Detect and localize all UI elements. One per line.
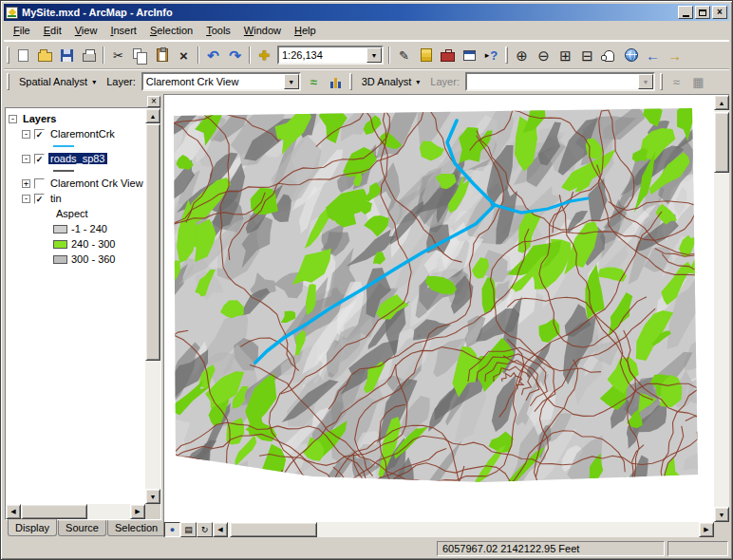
toolbar-grip[interactable] bbox=[7, 73, 9, 90]
layer-label[interactable]: ClaremontCrk bbox=[48, 128, 117, 140]
layer-visibility-checkbox[interactable] bbox=[34, 178, 45, 189]
undo-button[interactable]: ↶ bbox=[202, 45, 224, 65]
copy-button[interactable] bbox=[129, 45, 151, 65]
collapse-icon[interactable]: - bbox=[9, 115, 17, 123]
zoom-out-button[interactable]: ⊖ bbox=[533, 45, 554, 65]
map-canvas[interactable] bbox=[170, 106, 702, 486]
line-symbol[interactable] bbox=[53, 170, 74, 172]
threed-analyst-dropdown[interactable]: 3D Analyst ▾ bbox=[355, 71, 427, 92]
next-extent-button[interactable]: → bbox=[664, 45, 686, 65]
collapse-icon[interactable]: - bbox=[22, 155, 30, 163]
layer-visibility-checkbox[interactable]: ✓ bbox=[34, 129, 45, 140]
fixed-zoom-in-button[interactable]: ⊞ bbox=[554, 45, 576, 65]
layers-root-label[interactable]: Layers bbox=[21, 113, 58, 124]
layer-label-selected[interactable]: roads_sp83 bbox=[48, 153, 107, 164]
tab-source[interactable]: Source bbox=[58, 520, 106, 536]
layer-combobox[interactable]: Claremont Crk View ▼ bbox=[141, 72, 301, 91]
legend-swatch[interactable] bbox=[53, 255, 67, 264]
tree-item-layers[interactable]: - Layers bbox=[9, 111, 145, 126]
tab-selection[interactable]: Selection bbox=[107, 520, 165, 536]
editor-toolbar-button[interactable]: ✎ bbox=[393, 45, 415, 65]
scroll-left-button[interactable]: ◀ bbox=[6, 504, 21, 519]
refresh-view-button[interactable]: ↻ bbox=[197, 522, 213, 537]
toolbar-grip[interactable] bbox=[7, 47, 9, 64]
scroll-thumb[interactable] bbox=[21, 504, 87, 519]
scale-input[interactable]: 1:26,134 bbox=[279, 49, 366, 61]
legend-swatch[interactable] bbox=[53, 225, 67, 233]
menu-item-view[interactable]: View bbox=[68, 23, 104, 38]
spatial-analyst-dropdown[interactable]: Spatial Analyst ▾ bbox=[12, 71, 103, 92]
arccatalog-button[interactable] bbox=[415, 45, 437, 65]
scale-combobox[interactable]: 1:26,134 ▼ bbox=[277, 46, 384, 65]
raster-button[interactable]: ▦ bbox=[687, 71, 709, 92]
cut-button[interactable]: ✂ bbox=[107, 45, 129, 65]
delete-button[interactable]: × bbox=[173, 45, 195, 65]
toolbar-grip[interactable] bbox=[660, 73, 663, 90]
save-button[interactable] bbox=[56, 45, 78, 65]
zoom-in-button[interactable]: ⊕ bbox=[511, 45, 533, 65]
histogram-button[interactable] bbox=[325, 71, 347, 92]
close-button[interactable]: × bbox=[712, 6, 727, 19]
tree-item-roads-sp83[interactable]: - ✓ roads_sp83 bbox=[9, 151, 145, 166]
layout-view-button[interactable]: ▤ bbox=[180, 522, 197, 537]
fixed-zoom-out-button[interactable]: ⊟ bbox=[576, 45, 598, 65]
collapse-icon[interactable]: - bbox=[22, 195, 30, 203]
minimize-button[interactable] bbox=[678, 6, 693, 19]
paste-button[interactable] bbox=[151, 45, 173, 65]
maximize-button[interactable] bbox=[695, 6, 710, 19]
print-button[interactable] bbox=[78, 45, 100, 65]
open-button[interactable] bbox=[34, 45, 56, 65]
tree-item-tin[interactable]: - ✓ tin bbox=[9, 191, 145, 206]
scroll-track[interactable] bbox=[228, 522, 699, 537]
scroll-up-button[interactable]: ▲ bbox=[714, 95, 729, 110]
new-map-button[interactable] bbox=[12, 45, 34, 65]
scale-dropdown-button[interactable]: ▼ bbox=[366, 47, 382, 63]
add-data-button[interactable]: ✚ bbox=[254, 45, 275, 65]
tree-item-claremont-crk-view[interactable]: + Claremont Crk View bbox=[9, 176, 145, 191]
menu-item-edit[interactable]: Edit bbox=[37, 23, 68, 38]
layer-visibility-checkbox[interactable]: ✓ bbox=[34, 194, 45, 204]
layer-visibility-checkbox[interactable]: ✓ bbox=[34, 154, 45, 164]
scroll-track[interactable] bbox=[145, 123, 160, 489]
legend-row: -1 - 240 bbox=[9, 221, 145, 236]
scroll-right-button[interactable]: ▶ bbox=[699, 522, 714, 537]
arctoolbox-button[interactable] bbox=[437, 45, 459, 65]
scroll-thumb[interactable] bbox=[714, 112, 729, 173]
tree-item-claremontcrk[interactable]: - ✓ ClaremontCrk bbox=[9, 126, 145, 141]
scroll-track[interactable] bbox=[714, 110, 729, 507]
command-window-button[interactable] bbox=[459, 45, 480, 65]
data-view-button[interactable]: ● bbox=[164, 522, 180, 537]
scroll-thumb[interactable] bbox=[145, 123, 160, 361]
scroll-down-button[interactable]: ▼ bbox=[714, 507, 729, 522]
menu-item-help[interactable]: Help bbox=[288, 23, 323, 38]
redo-button[interactable]: ↷ bbox=[224, 45, 246, 65]
whats-this-button[interactable]: ▸? bbox=[480, 45, 502, 65]
menu-item-selection[interactable]: Selection bbox=[143, 23, 199, 38]
scroll-right-button[interactable]: ▶ bbox=[130, 504, 145, 519]
expand-icon[interactable]: + bbox=[22, 179, 30, 188]
toolbar-grip[interactable] bbox=[349, 73, 352, 90]
layer-label[interactable]: tin bbox=[48, 193, 64, 204]
toc-close-button[interactable]: × bbox=[147, 96, 160, 107]
full-extent-button[interactable] bbox=[620, 45, 642, 65]
scroll-up-button[interactable]: ▲ bbox=[145, 108, 160, 123]
previous-extent-button[interactable]: ← bbox=[642, 45, 664, 65]
scroll-down-button[interactable]: ▼ bbox=[145, 489, 160, 504]
create-contour-button[interactable]: ≈ bbox=[303, 71, 325, 92]
collapse-icon[interactable]: - bbox=[22, 130, 30, 139]
scroll-thumb[interactable] bbox=[230, 522, 317, 537]
layer-label[interactable]: Claremont Crk View bbox=[48, 177, 145, 189]
interpolate-button[interactable]: ≈ bbox=[666, 71, 687, 92]
menu-item-window[interactable]: Window bbox=[237, 23, 288, 38]
layer-dropdown-button[interactable]: ▼ bbox=[284, 74, 299, 89]
pan-button[interactable] bbox=[598, 45, 620, 65]
menu-item-tools[interactable]: Tools bbox=[199, 23, 237, 38]
menu-item-insert[interactable]: Insert bbox=[103, 23, 143, 38]
legend-swatch[interactable] bbox=[53, 240, 67, 249]
toolbar-grip[interactable] bbox=[505, 47, 508, 64]
menu-item-file[interactable]: File bbox=[7, 23, 37, 38]
scroll-left-button[interactable]: ◀ bbox=[213, 522, 228, 537]
line-symbol[interactable] bbox=[53, 145, 74, 147]
scroll-track[interactable] bbox=[21, 504, 130, 519]
tab-display[interactable]: Display bbox=[8, 519, 57, 536]
